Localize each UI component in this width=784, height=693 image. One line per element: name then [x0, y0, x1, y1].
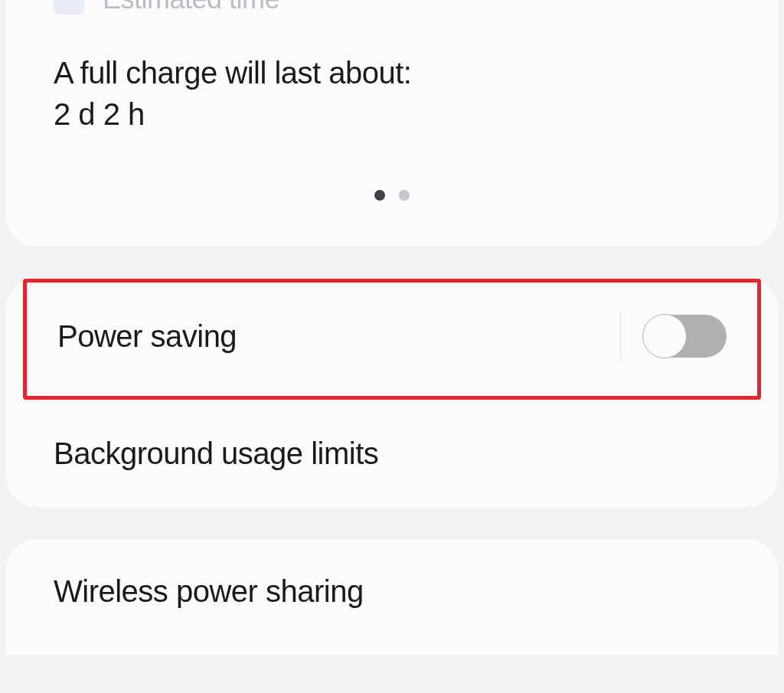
wireless-sharing-card: Wireless power sharing: [6, 539, 778, 655]
clock-icon: [54, 0, 84, 15]
background-limits-item[interactable]: Background usage limits: [6, 400, 778, 507]
pagination-dots[interactable]: [6, 190, 778, 201]
battery-info-card: Estimated time A full charge will last a…: [6, 0, 778, 247]
toggle-knob: [642, 314, 687, 358]
toggle-container: [620, 312, 727, 361]
wireless-sharing-item[interactable]: Wireless power sharing: [6, 574, 778, 609]
background-limits-label: Background usage limits: [54, 436, 378, 471]
power-saving-toggle[interactable]: [644, 315, 727, 358]
vertical-divider: [620, 312, 622, 361]
estimated-time-row: Estimated time: [6, 0, 778, 15]
wireless-sharing-label: Wireless power sharing: [54, 574, 364, 609]
charge-description: A full charge will last about:: [54, 52, 730, 93]
pagination-dot-inactive[interactable]: [399, 190, 410, 201]
power-saving-item[interactable]: Power saving: [23, 279, 761, 400]
estimated-time-label: Estimated time: [103, 0, 279, 15]
power-saving-label: Power saving: [57, 319, 237, 354]
power-settings-card: Power saving Background usage limits: [6, 279, 778, 507]
charge-duration: 2 d 2 h: [54, 93, 730, 135]
pagination-dot-active[interactable]: [374, 190, 385, 201]
charge-info: A full charge will last about: 2 d 2 h: [6, 52, 778, 135]
